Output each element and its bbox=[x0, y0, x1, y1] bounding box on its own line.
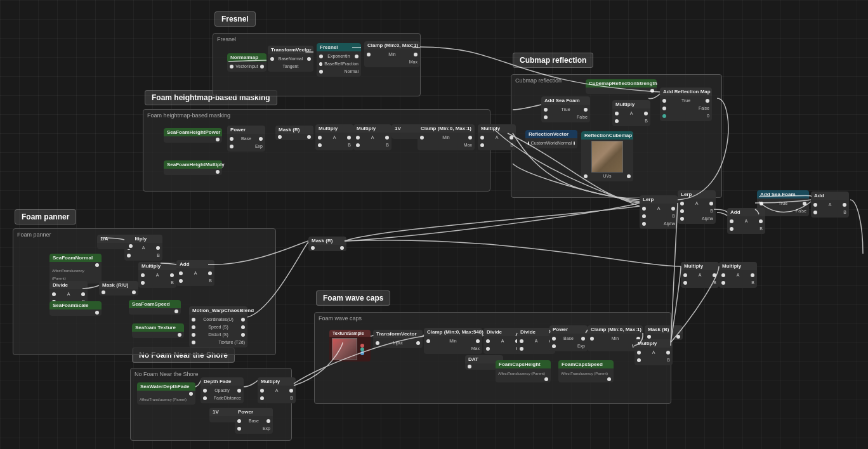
node-mask-ru[interactable]: Mask (R/U) bbox=[99, 281, 138, 296]
comment-cubemap: Cubmap reflection bbox=[513, 53, 593, 68]
node-seafoam-texture[interactable]: Seafoam Texture bbox=[132, 323, 184, 338]
node-multiply-final1[interactable]: Multiply A B bbox=[681, 262, 719, 288]
comment-foam-wave-caps: Foam wave caps bbox=[316, 290, 390, 306]
node-power-caps[interactable]: Power Base Exp bbox=[549, 325, 588, 351]
node-clamp-caps1[interactable]: Clamp (Min:0, Max:548) Min Max bbox=[424, 328, 482, 354]
node-seafoam-height-power[interactable]: SeaFoamHeightPower bbox=[164, 128, 222, 143]
node-seafoam-speed[interactable]: SeaFoamSpeed bbox=[129, 300, 181, 315]
group-foam-heightmap: Foam heightmap-based masking bbox=[143, 109, 490, 192]
node-lerp1[interactable]: Lerp A B Alpha bbox=[640, 195, 678, 229]
node-mask-r[interactable]: Mask (R) bbox=[275, 126, 313, 140]
node-power-shore[interactable]: Power Base Exp bbox=[235, 408, 273, 434]
node-add-panner[interactable]: Add A B bbox=[176, 260, 214, 286]
node-reflection-vector[interactable]: ReflectionVector CustomWorldNormal bbox=[525, 130, 577, 148]
node-mask-b[interactable]: Mask (B) bbox=[645, 325, 683, 340]
node-fresnel[interactable]: Fresnel ExponentIn BaseReflFraction Norm… bbox=[317, 43, 361, 77]
node-add-mid[interactable]: Add A B bbox=[727, 208, 765, 234]
node-foam-caps-speed[interactable]: FoamCapsSpeed AffectTranslucency (Parent… bbox=[558, 360, 614, 382]
comment-fresnel: Fresnel bbox=[214, 11, 256, 27]
node-clamp-hm[interactable]: Clamp (Min:0, Max:1) Min Max bbox=[418, 124, 475, 150]
node-multiply-hm2[interactable]: Multiply A B bbox=[353, 124, 391, 150]
node-seafoam-scale[interactable]: SeaFoamScale bbox=[49, 301, 102, 316]
node-depth-fade[interactable]: Depth Fade Opacity FadeDistance bbox=[201, 377, 244, 403]
node-multiply-caps[interactable]: Multiply A B bbox=[635, 339, 673, 365]
node-reflection-cubemap[interactable]: ReflectionCubemap UVs bbox=[581, 131, 633, 181]
node-mask-r2[interactable]: Mask (R) bbox=[308, 237, 346, 251]
node-lerp2[interactable]: Lerp A B Alpha bbox=[678, 190, 716, 224]
node-1a[interactable]: 1/A bbox=[97, 235, 135, 249]
comment-foam-panner: Foam panner bbox=[15, 209, 76, 224]
node-add-sea-foam-cubemap[interactable]: Add Sea Foam True False bbox=[541, 96, 590, 122]
node-seafoam-height-multiply[interactable]: SeaFoamHeightMultiply bbox=[164, 160, 222, 175]
node-multiply-hm3[interactable]: Multiply A B bbox=[478, 124, 516, 150]
node-add-final[interactable]: Add A B bbox=[811, 192, 849, 218]
node-normalmap[interactable]: Normalmap VectorInput bbox=[227, 53, 266, 72]
node-multiply-panner2[interactable]: Multiply A B bbox=[138, 262, 176, 288]
node-power-hm[interactable]: Power Base Exp bbox=[227, 126, 265, 152]
node-multiply-cubemap[interactable]: Multiply A B bbox=[612, 100, 650, 126]
node-transform-vec-caps[interactable]: TransformVector Input bbox=[373, 330, 423, 348]
node-clamp-fresnel[interactable]: Clamp (Min:0, Max:1) Min Max bbox=[364, 41, 420, 67]
node-multiply-final2[interactable]: Multiply A B bbox=[719, 262, 757, 288]
node-foam-caps-height[interactable]: FoamCapsHeight AffectTranslucency (Paren… bbox=[496, 360, 551, 382]
node-tex-preview-caps[interactable]: TextureSample bbox=[329, 330, 371, 361]
node-seafoam-normal[interactable]: SeaFoamNormal AffectTranslucency (Parent… bbox=[49, 254, 102, 283]
node-sea-water-depth[interactable]: SeaWaterDepthFade AffectTranslucency (Pa… bbox=[137, 382, 195, 405]
node-motion-warp[interactable]: Motion_WarpChaosBlend Coordinates(U) Spe… bbox=[189, 306, 247, 348]
node-multiply-shore[interactable]: Multiply A B bbox=[258, 377, 296, 403]
node-add-reflection-map[interactable]: Add Reflection Map True False 0 bbox=[660, 88, 712, 121]
node-transform-vec-fresnel[interactable]: TransformVector BaseNormal Tangent bbox=[268, 46, 313, 72]
node-multiply-hm1[interactable]: Multiply A B bbox=[315, 124, 353, 150]
node-cubemap-strength[interactable]: CubemapReflectionStrength bbox=[586, 79, 657, 94]
node-divide-caps1[interactable]: Divide A B bbox=[483, 328, 522, 354]
